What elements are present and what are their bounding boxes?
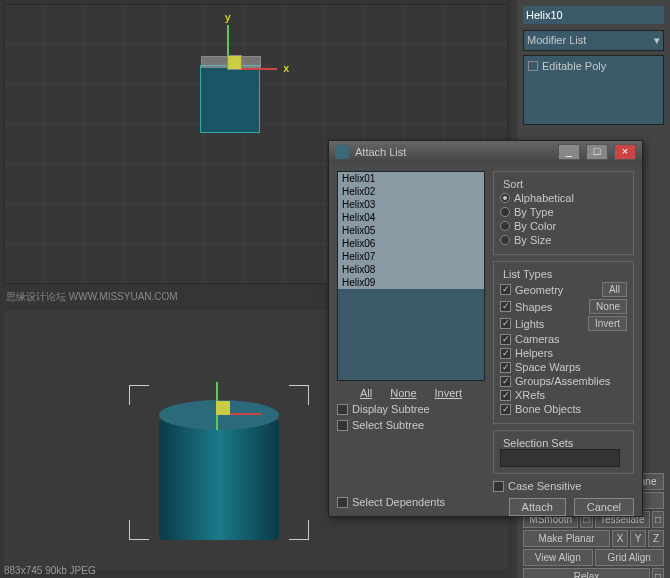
list-item[interactable]: Helix04 — [338, 211, 484, 224]
object-list[interactable]: Helix01 Helix02 Helix03 Helix04 Helix05 … — [337, 171, 485, 381]
helpers-checkbox[interactable] — [500, 348, 511, 359]
watermark: 思缘设计论坛 WWW.MISSYUAN.COM — [6, 290, 178, 304]
lights-checkbox[interactable] — [500, 318, 511, 329]
types-none-button[interactable]: None — [589, 299, 627, 314]
shapes-checkbox[interactable] — [500, 301, 511, 312]
list-item[interactable]: Helix06 — [338, 237, 484, 250]
none-button[interactable]: None — [390, 387, 416, 399]
make-planar-button[interactable]: Make Planar — [523, 530, 610, 547]
xrefs-checkbox[interactable] — [500, 390, 511, 401]
list-item[interactable]: Helix03 — [338, 198, 484, 211]
sort-alphabetical-radio[interactable] — [500, 193, 510, 203]
object-name-field[interactable]: Helix10 — [523, 6, 664, 24]
display-subtree-checkbox[interactable] — [337, 404, 348, 415]
relax-settings-button[interactable]: □ — [652, 568, 664, 578]
relax-button[interactable]: Relax — [523, 568, 650, 578]
list-item[interactable]: Helix07 — [338, 250, 484, 263]
selection-sets-group: Selection Sets — [493, 430, 634, 474]
planar-x-button[interactable]: X — [612, 530, 628, 547]
list-item[interactable]: Helix09 — [338, 276, 484, 289]
gizmo2-xy-plane[interactable] — [216, 401, 230, 415]
sort-group: Sort Alphabetical By Type By Color By Si… — [493, 171, 634, 255]
expand-icon[interactable] — [528, 61, 538, 71]
chevron-down-icon: ▾ — [654, 34, 660, 47]
grid-align-button[interactable]: Grid Align — [595, 549, 665, 566]
attach-button[interactable]: Attach — [509, 498, 566, 516]
list-item[interactable]: Helix01 — [338, 172, 484, 185]
geometry-checkbox[interactable] — [500, 284, 511, 295]
select-subtree-checkbox[interactable] — [337, 420, 348, 431]
maximize-button[interactable]: □ — [586, 144, 608, 160]
cancel-button[interactable]: Cancel — [574, 498, 634, 516]
image-info: 883x745 90kb JPEG — [4, 565, 96, 576]
list-types-group: List Types GeometryAll ShapesNone Lights… — [493, 261, 634, 424]
close-button[interactable]: × — [614, 144, 636, 160]
sort-by-size-radio[interactable] — [500, 235, 510, 245]
sort-by-color-radio[interactable] — [500, 221, 510, 231]
dialog-title: Attach List — [355, 146, 406, 158]
modifier-item[interactable]: Editable Poly — [542, 60, 606, 72]
modifier-list-dropdown[interactable]: Modifier List ▾ — [523, 30, 664, 51]
attach-list-dialog: Attach List _ □ × Helix01 Helix02 Helix0… — [328, 140, 643, 517]
view-align-button[interactable]: View Align — [523, 549, 593, 566]
invert-button[interactable]: Invert — [435, 387, 463, 399]
list-item[interactable]: Helix02 — [338, 185, 484, 198]
types-invert-button[interactable]: Invert — [588, 316, 627, 331]
cylinder-object[interactable] — [159, 420, 279, 540]
selection-sets-dropdown[interactable] — [500, 449, 620, 467]
minimize-button[interactable]: _ — [558, 144, 580, 160]
case-sensitive-checkbox[interactable] — [493, 481, 504, 492]
select-dependents-checkbox[interactable] — [337, 497, 348, 508]
all-button[interactable]: All — [360, 387, 372, 399]
types-all-button[interactable]: All — [602, 282, 627, 297]
tessellate-settings-button[interactable]: □ — [652, 511, 664, 528]
sort-by-type-radio[interactable] — [500, 207, 510, 217]
modifier-stack[interactable]: Editable Poly — [523, 55, 664, 125]
groups-checkbox[interactable] — [500, 376, 511, 387]
list-item[interactable]: Helix05 — [338, 224, 484, 237]
gizmo-xy-plane[interactable] — [227, 55, 242, 70]
planar-z-button[interactable]: Z — [648, 530, 664, 547]
space-warps-checkbox[interactable] — [500, 362, 511, 373]
bone-objects-checkbox[interactable] — [500, 404, 511, 415]
list-item[interactable]: Helix08 — [338, 263, 484, 276]
wireframe-object[interactable] — [200, 65, 260, 133]
dialog-titlebar[interactable]: Attach List _ □ × — [329, 141, 642, 163]
app-icon — [335, 145, 349, 159]
cameras-checkbox[interactable] — [500, 334, 511, 345]
planar-y-button[interactable]: Y — [630, 530, 646, 547]
